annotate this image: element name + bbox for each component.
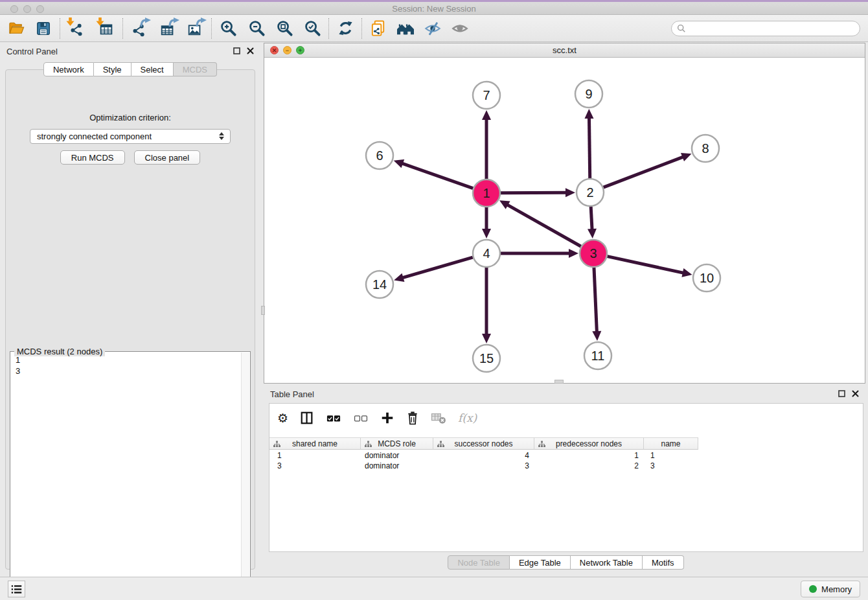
close-panel-icon[interactable] (852, 390, 859, 397)
export-image-icon[interactable] (185, 19, 205, 38)
import-table-icon[interactable] (97, 19, 116, 38)
column-header-predecessor-nodes[interactable]: predecessor nodes (534, 437, 644, 450)
graph-node-14[interactable]: 14 (366, 271, 393, 298)
graph-node-11[interactable]: 11 (584, 342, 611, 369)
home-icon[interactable] (396, 19, 415, 38)
export-table-icon[interactable] (158, 19, 177, 38)
cell-mcds-role[interactable]: dominator (361, 461, 433, 471)
graph-edge-2-3[interactable] (588, 207, 597, 238)
open-session-icon[interactable] (6, 19, 26, 38)
graph-node-8[interactable]: 8 (692, 135, 719, 162)
table-panel: Table Panel ⚙ f(x) shared name MCDS role (264, 386, 868, 577)
splitter-handle-vertical[interactable] (261, 306, 265, 315)
graph-node-6[interactable]: 6 (366, 142, 393, 169)
float-panel-icon[interactable] (838, 390, 845, 397)
import-network-icon[interactable] (67, 19, 86, 38)
graph-edge-4-15[interactable] (482, 268, 491, 343)
tab-network-table[interactable]: Network Table (571, 555, 643, 570)
graph-node-10[interactable]: 10 (693, 264, 720, 292)
graph-edge-3-1[interactable] (499, 200, 581, 246)
tab-node-table[interactable]: Node Table (448, 555, 510, 570)
delete-column-trash-icon[interactable] (406, 411, 419, 425)
memory-button[interactable]: Memory (801, 581, 860, 597)
cell-successor-nodes[interactable]: 4 (433, 450, 534, 461)
tab-select[interactable]: Select (131, 62, 174, 76)
column-header-successor-nodes[interactable]: successor nodes (433, 437, 534, 450)
zoom-in-icon[interactable] (218, 19, 238, 38)
mcds-result-text[interactable]: 1 3 (12, 354, 240, 589)
criterion-select[interactable]: strongly connected component (30, 129, 231, 144)
cell-shared-name[interactable]: 3 (269, 461, 361, 471)
zoom-fit-content-icon[interactable] (275, 19, 294, 38)
memory-label: Memory (821, 584, 852, 594)
mcds-panel-body: Optimization criterion: strongly connect… (5, 69, 255, 570)
graph-node-7[interactable]: 7 (473, 82, 500, 109)
zoom-selected-icon[interactable] (303, 19, 322, 38)
close-panel-icon[interactable] (247, 47, 254, 54)
column-header-shared-name[interactable]: shared name (269, 437, 361, 450)
cell-shared-name[interactable]: 1 (269, 450, 361, 461)
table-row[interactable]: 1dominator411 (269, 450, 698, 461)
graph-edge-1-4[interactable] (482, 207, 491, 238)
tab-network[interactable]: Network (43, 62, 94, 76)
table-header-row: shared name MCDS role successor nodes pr… (269, 437, 698, 450)
close-panel-button[interactable]: Close panel (134, 150, 201, 165)
task-history-button[interactable] (8, 581, 25, 597)
control-panel-header: Control Panel (0, 43, 260, 60)
column-selector-icon[interactable] (300, 411, 314, 425)
table-row[interactable]: 3dominator323 (269, 461, 698, 471)
zoom-out-icon[interactable] (247, 19, 266, 38)
export-arrow (140, 17, 152, 27)
graph-node-1[interactable]: 1 (473, 179, 500, 207)
unselect-all-columns-icon[interactable] (353, 411, 369, 425)
create-column-plus-icon[interactable] (380, 411, 394, 425)
network-window-titlebar[interactable]: ✕ − + scc.txt (264, 43, 865, 58)
graph-edge-4-3[interactable] (501, 249, 578, 258)
window-title: Session: New Session (0, 4, 868, 14)
tab-mcds[interactable]: MCDS (174, 62, 217, 76)
graph-node-3[interactable]: 3 (580, 240, 607, 267)
select-all-columns-icon[interactable] (326, 411, 341, 425)
graph-edge-2-8[interactable] (604, 153, 692, 187)
search-input[interactable] (686, 23, 860, 33)
cell-predecessor-nodes[interactable]: 2 (534, 461, 644, 471)
graph-edge-3-10[interactable] (607, 257, 692, 277)
graph-edge-4-14[interactable] (394, 257, 473, 282)
splitter-handle-horizontal[interactable] (554, 380, 564, 384)
graph-node-2[interactable]: 2 (577, 179, 604, 206)
cell-successor-nodes[interactable]: 3 (433, 461, 534, 471)
graph-edge-3-11[interactable] (592, 268, 601, 341)
column-header-mcds-role[interactable]: MCDS role (361, 437, 433, 450)
run-mcds-button[interactable]: Run MCDS (60, 150, 125, 165)
table-settings-gear-icon[interactable]: ⚙ (277, 412, 288, 424)
cell-mcds-role[interactable]: dominator (361, 450, 433, 461)
graph-node-9[interactable]: 9 (575, 80, 602, 108)
cell-predecessor-nodes[interactable]: 1 (534, 450, 644, 461)
search-field[interactable] (671, 21, 860, 36)
save-session-icon[interactable] (34, 19, 53, 38)
show-hide-graphics-details-icon[interactable] (423, 19, 442, 38)
export-network-icon[interactable] (130, 19, 149, 38)
graph-node-15[interactable]: 15 (473, 345, 500, 372)
tab-style[interactable]: Style (94, 62, 131, 76)
graph-edge-2-9[interactable] (585, 109, 594, 178)
float-panel-icon[interactable] (233, 47, 240, 54)
network-canvas[interactable]: 7968124314101511 (264, 58, 865, 383)
graph-edge-1-6[interactable] (394, 159, 474, 189)
column-header-name[interactable]: name (644, 437, 698, 450)
graph-edge-1-2[interactable] (501, 188, 575, 197)
result-scrollbar[interactable] (241, 352, 249, 590)
graph-edge-1-7[interactable] (482, 110, 491, 179)
refresh-view-icon[interactable] (336, 19, 355, 38)
bird-view-eye-icon[interactable] (450, 19, 470, 38)
edge-arrowhead (394, 159, 404, 168)
graph-node-4[interactable]: 4 (473, 240, 500, 267)
duplicate-network-icon[interactable] (369, 19, 388, 38)
node-table-card: ⚙ f(x) shared name MCDS role successor n… (269, 403, 863, 552)
cell-name[interactable]: 1 (644, 450, 698, 461)
tab-edge-table[interactable]: Edge Table (510, 555, 571, 570)
tab-motifs[interactable]: Motifs (643, 555, 684, 570)
cell-name[interactable]: 3 (644, 461, 698, 471)
export-arrow (196, 17, 207, 27)
import-arrow (95, 17, 105, 27)
